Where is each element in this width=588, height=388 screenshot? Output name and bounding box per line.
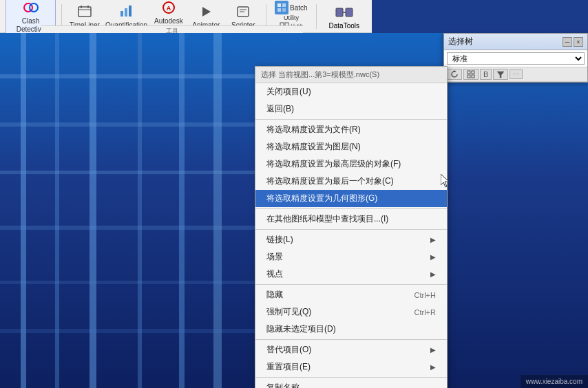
context-menu-find-models[interactable]: 在其他图纸和模型中查找项目...(I) xyxy=(255,211,447,228)
context-menu-set-last[interactable]: 将选取精度设置为最后一个对象(C) xyxy=(255,173,447,190)
panel-toolbar-btn-2[interactable] xyxy=(463,69,479,80)
context-menu-set-top[interactable]: 将选取精度设置为最高层级的对象(F) xyxy=(255,155,447,173)
hide-label: 隐藏 xyxy=(266,289,283,301)
svg-rect-15 xyxy=(277,3,281,7)
refresh-icon xyxy=(450,70,459,78)
replace-label: 替代项目(O) xyxy=(266,344,311,356)
close-item-label: 关闭项目(U) xyxy=(266,86,311,98)
selection-panel: 选择树 ─ × 标准 B xyxy=(443,33,588,83)
panel-toolbar-btn-1[interactable] xyxy=(447,69,462,80)
bg-beam-6 xyxy=(0,329,262,333)
quantification-icon xyxy=(118,3,135,20)
datatools-button[interactable]: DataTools xyxy=(322,1,366,31)
panel-minimize-button[interactable]: ─ xyxy=(563,37,572,47)
context-menu-header-text: 选择 当前视图...第3=模模型.nwc(S) xyxy=(261,70,379,78)
context-menu: 选择 当前视图...第3=模模型.nwc(S) 关闭项目(U) 返回(B) 将选… xyxy=(255,66,448,388)
context-menu-sep-4 xyxy=(255,284,447,285)
svg-rect-8 xyxy=(129,6,132,17)
panel-close-buttons: ─ × xyxy=(563,37,583,47)
clash-detective-icon xyxy=(23,0,39,16)
context-menu-copy-name[interactable]: 复制名称 xyxy=(255,379,447,388)
toolbar-divider-3 xyxy=(316,4,317,29)
panel-toolbar-btn-3[interactable]: B xyxy=(480,69,492,80)
viewpoint-submenu-arrow: ▶ xyxy=(430,270,436,278)
context-menu-reset[interactable]: 重置项目(E) ▶ xyxy=(255,358,447,376)
context-menu-sep-2 xyxy=(255,208,447,209)
context-menu-link[interactable]: 链接(L) ▶ xyxy=(255,231,447,248)
datatools-icon xyxy=(335,3,354,22)
set-geometry-label: 将选取精度设置为几何图形(G) xyxy=(266,193,377,204)
copy-name-label: 复制名称 xyxy=(266,382,300,388)
bg-col-1 xyxy=(21,33,26,388)
viewpoint-label: 视点 xyxy=(266,268,283,280)
svg-rect-28 xyxy=(472,75,474,78)
batch-utility-label: Utility xyxy=(284,14,299,21)
context-menu-return[interactable]: 返回(B) xyxy=(255,100,447,118)
bg-col-5 xyxy=(179,33,185,388)
replace-submenu-arrow: ▶ xyxy=(430,346,436,354)
svg-rect-18 xyxy=(282,8,286,12)
selection-panel-titlebar: 选择树 ─ × xyxy=(444,34,587,50)
link-submenu-arrow: ▶ xyxy=(430,236,436,244)
bg-col-4 xyxy=(138,33,142,388)
svg-rect-2 xyxy=(78,7,91,17)
set-top-label: 将选取精度设置为最高层级的对象(F) xyxy=(266,158,401,170)
context-menu-replace[interactable]: 替代项目(O) ▶ xyxy=(255,341,447,358)
svg-rect-22 xyxy=(346,8,353,17)
panel-inner-toolbar: B ⋯ xyxy=(444,67,587,82)
filter-icon xyxy=(496,70,505,78)
bg-col-6 xyxy=(213,33,222,388)
context-menu-sep-3 xyxy=(255,229,447,230)
batch-top: Batch xyxy=(275,1,308,14)
context-menu-hide[interactable]: 隐藏 Ctrl+H xyxy=(255,286,447,303)
expand-icon xyxy=(467,70,475,78)
svg-text:A: A xyxy=(167,5,171,12)
context-menu-header: 选择 当前视图...第3=模模型.nwc(S) xyxy=(255,67,447,83)
bg-beam-5 xyxy=(0,281,262,284)
set-last-label: 将选取精度设置为最后一个对象(C) xyxy=(266,175,394,187)
find-models-label: 在其他图纸和模型中查找项目...(I) xyxy=(266,213,388,225)
scene-label: 场景 xyxy=(266,251,283,263)
panel-toolbar-btn-5[interactable]: ⋯ xyxy=(510,69,523,79)
return-label: 返回(B) xyxy=(266,103,294,115)
autodesk-rendering-icon: A xyxy=(160,0,177,16)
svg-marker-29 xyxy=(497,72,504,78)
bg-beam-3 xyxy=(0,171,262,174)
svg-rect-6 xyxy=(120,11,123,17)
context-menu-set-layer[interactable]: 将选取精度设置为图层(N) xyxy=(255,138,447,155)
svg-point-1 xyxy=(30,3,38,12)
panel-close-button[interactable]: × xyxy=(574,37,583,47)
animator-icon xyxy=(198,3,214,20)
context-menu-hide-unselected[interactable]: 隐藏未选定项目(D) xyxy=(255,321,447,338)
context-menu-force-visible[interactable]: 强制可见(Q) Ctrl+R xyxy=(255,303,447,321)
force-visible-shortcut: Ctrl+R xyxy=(414,308,436,316)
bg-beam-2 xyxy=(0,122,262,127)
context-menu-close-item[interactable]: 关闭项目(U) xyxy=(255,83,447,100)
set-file-label: 将选取精度设置为文件(R) xyxy=(266,124,361,136)
batch-icon xyxy=(275,1,288,14)
svg-marker-24 xyxy=(452,70,456,72)
svg-rect-25 xyxy=(468,71,470,74)
svg-rect-26 xyxy=(472,71,474,74)
bg-beam-1 xyxy=(0,74,262,78)
panel-toolbar-btn-4[interactable] xyxy=(493,69,508,80)
context-menu-scene[interactable]: 场景 ▶ xyxy=(255,248,447,266)
context-menu-sep-1 xyxy=(255,119,447,120)
context-menu-sep-6 xyxy=(255,377,447,378)
context-menu-sep-5 xyxy=(255,339,447,340)
reset-label: 重置项目(E) xyxy=(266,361,311,373)
timeliner-icon xyxy=(76,3,93,20)
watermark: www.xiezaiba.com xyxy=(521,375,588,388)
bg-col-3 xyxy=(90,33,96,388)
svg-rect-17 xyxy=(277,8,281,12)
selection-standard-dropdown[interactable]: 标准 xyxy=(447,52,585,65)
bg-col-2 xyxy=(55,33,59,388)
link-label: 链接(L) xyxy=(266,234,293,246)
svg-marker-11 xyxy=(202,7,211,17)
context-menu-set-file[interactable]: 将选取精度设置为文件(R) xyxy=(255,121,447,138)
svg-rect-27 xyxy=(468,75,470,78)
watermark-text: www.xiezaiba.com xyxy=(526,378,582,385)
svg-rect-7 xyxy=(125,8,127,17)
context-menu-set-geometry[interactable]: 将选取精度设置为几何图形(G) xyxy=(255,190,447,207)
context-menu-viewpoint[interactable]: 视点 ▶ xyxy=(255,266,447,283)
